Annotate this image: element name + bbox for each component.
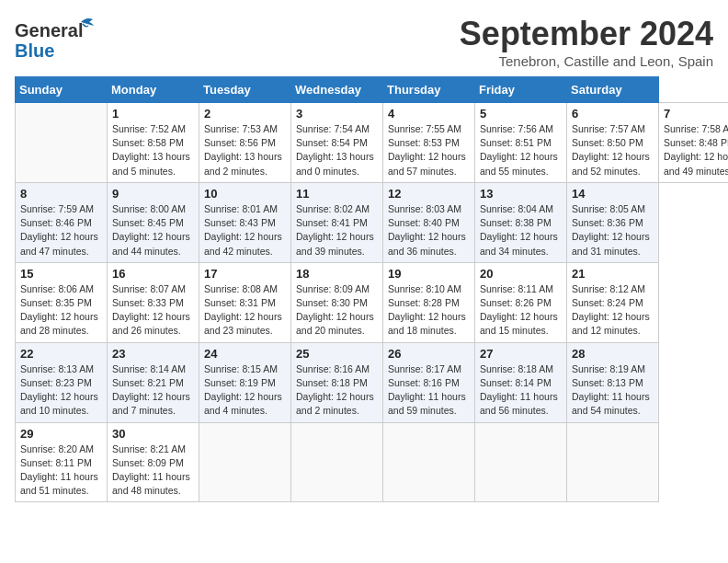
calendar-header: SundayMondayTuesdayWednesdayThursdayFrid… (16, 77, 729, 103)
col-header-saturday: Saturday (567, 77, 659, 103)
day-info: Sunrise: 7:52 AMSunset: 8:58 PMDaylight:… (112, 122, 194, 178)
day-info: Sunrise: 8:20 AMSunset: 8:11 PMDaylight:… (20, 442, 102, 499)
day-cell-16: 16Sunrise: 8:07 AMSunset: 8:33 PMDayligh… (108, 262, 199, 342)
day-cell-12: 12Sunrise: 8:03 AMSunset: 8:40 PMDayligh… (383, 182, 475, 262)
day-number: 10 (204, 187, 286, 201)
day-number: 29 (20, 427, 102, 441)
day-number: 4 (388, 107, 470, 121)
empty-cell (567, 422, 659, 502)
svg-text:Blue: Blue (15, 40, 54, 61)
col-header-wednesday: Wednesday (291, 77, 383, 103)
day-cell-8: 8Sunrise: 7:59 AMSunset: 8:46 PMDaylight… (16, 182, 108, 262)
day-cell-10: 10Sunrise: 8:01 AMSunset: 8:43 PMDayligh… (199, 182, 291, 262)
day-info: Sunrise: 8:07 AMSunset: 8:33 PMDaylight:… (112, 282, 194, 339)
day-cell-30: 30Sunrise: 8:21 AMSunset: 8:09 PMDayligh… (108, 422, 199, 502)
month-title: September 2024 (460, 15, 713, 53)
title-block: September 2024 Tenebron, Castille and Le… (460, 15, 713, 69)
empty-cell (291, 422, 383, 502)
day-number: 28 (572, 347, 654, 361)
logo-svg: General Blue (15, 15, 97, 63)
day-cell-15: 15Sunrise: 8:06 AMSunset: 8:35 PMDayligh… (16, 262, 108, 342)
day-info: Sunrise: 8:04 AMSunset: 8:38 PMDaylight:… (480, 202, 562, 259)
day-info: Sunrise: 8:01 AMSunset: 8:43 PMDaylight:… (204, 202, 286, 259)
empty-cell (475, 422, 567, 502)
day-number: 25 (296, 347, 378, 361)
calendar-week-4: 22Sunrise: 8:13 AMSunset: 8:23 PMDayligh… (16, 342, 729, 422)
day-cell-18: 18Sunrise: 8:09 AMSunset: 8:30 PMDayligh… (291, 262, 383, 342)
day-cell-3: 3Sunrise: 7:54 AMSunset: 8:54 PMDaylight… (291, 103, 383, 183)
empty-cell (383, 422, 475, 502)
logo: General Blue (15, 15, 97, 63)
day-info: Sunrise: 8:21 AMSunset: 8:09 PMDaylight:… (112, 442, 194, 499)
day-info: Sunrise: 8:11 AMSunset: 8:26 PMDaylight:… (480, 282, 562, 339)
day-cell-29: 29Sunrise: 8:20 AMSunset: 8:11 PMDayligh… (16, 422, 108, 502)
day-number: 9 (112, 187, 194, 201)
day-number: 19 (388, 267, 470, 281)
col-header-friday: Friday (475, 77, 567, 103)
col-header-monday: Monday (108, 77, 199, 103)
day-number: 24 (204, 347, 286, 361)
day-cell-24: 24Sunrise: 8:15 AMSunset: 8:19 PMDayligh… (199, 342, 291, 422)
day-info: Sunrise: 8:09 AMSunset: 8:30 PMDaylight:… (296, 282, 378, 339)
day-cell-4: 4Sunrise: 7:55 AMSunset: 8:53 PMDaylight… (383, 103, 475, 183)
day-cell-6: 6Sunrise: 7:57 AMSunset: 8:50 PMDaylight… (567, 103, 659, 183)
day-info: Sunrise: 8:15 AMSunset: 8:19 PMDaylight:… (204, 362, 286, 419)
day-cell-22: 22Sunrise: 8:13 AMSunset: 8:23 PMDayligh… (16, 342, 108, 422)
day-info: Sunrise: 7:58 AMSunset: 8:48 PMDaylight:… (664, 122, 728, 178)
day-number: 17 (204, 267, 286, 281)
day-cell-5: 5Sunrise: 7:56 AMSunset: 8:51 PMDaylight… (475, 103, 567, 183)
col-header-tuesday: Tuesday (199, 77, 291, 103)
calendar-week-2: 8Sunrise: 7:59 AMSunset: 8:46 PMDaylight… (16, 182, 729, 262)
calendar-week-5: 29Sunrise: 8:20 AMSunset: 8:11 PMDayligh… (16, 422, 729, 502)
col-header-thursday: Thursday (383, 77, 475, 103)
empty-cell (199, 422, 291, 502)
day-number: 22 (20, 347, 102, 361)
day-number: 11 (296, 187, 378, 201)
day-info: Sunrise: 8:08 AMSunset: 8:31 PMDaylight:… (204, 282, 286, 339)
day-info: Sunrise: 8:16 AMSunset: 8:18 PMDaylight:… (296, 362, 378, 419)
day-number: 3 (296, 107, 378, 121)
day-info: Sunrise: 8:13 AMSunset: 8:23 PMDaylight:… (20, 362, 102, 419)
day-info: Sunrise: 7:54 AMSunset: 8:54 PMDaylight:… (296, 122, 378, 178)
day-number: 12 (388, 187, 470, 201)
day-info: Sunrise: 7:59 AMSunset: 8:46 PMDaylight:… (20, 202, 102, 259)
calendar-week-3: 15Sunrise: 8:06 AMSunset: 8:35 PMDayligh… (16, 262, 729, 342)
day-info: Sunrise: 8:14 AMSunset: 8:21 PMDaylight:… (112, 362, 194, 419)
day-number: 13 (480, 187, 562, 201)
day-cell-2: 2Sunrise: 7:53 AMSunset: 8:56 PMDaylight… (199, 103, 291, 183)
day-cell-7: 7Sunrise: 7:58 AMSunset: 8:48 PMDaylight… (659, 103, 729, 183)
day-number: 5 (480, 107, 562, 121)
day-info: Sunrise: 7:57 AMSunset: 8:50 PMDaylight:… (572, 122, 654, 178)
day-cell-28: 28Sunrise: 8:19 AMSunset: 8:13 PMDayligh… (567, 342, 659, 422)
day-cell-9: 9Sunrise: 8:00 AMSunset: 8:45 PMDaylight… (108, 182, 199, 262)
page-header: General Blue September 2024 Tenebron, Ca… (15, 15, 713, 69)
day-info: Sunrise: 8:02 AMSunset: 8:41 PMDaylight:… (296, 202, 378, 259)
day-number: 21 (572, 267, 654, 281)
day-number: 7 (664, 107, 728, 121)
day-number: 16 (112, 267, 194, 281)
day-number: 1 (112, 107, 194, 121)
calendar-week-1: 1Sunrise: 7:52 AMSunset: 8:58 PMDaylight… (16, 103, 729, 183)
day-cell-27: 27Sunrise: 8:18 AMSunset: 8:14 PMDayligh… (475, 342, 567, 422)
day-number: 30 (112, 427, 194, 441)
day-cell-25: 25Sunrise: 8:16 AMSunset: 8:18 PMDayligh… (291, 342, 383, 422)
day-number: 20 (480, 267, 562, 281)
day-info: Sunrise: 8:03 AMSunset: 8:40 PMDaylight:… (388, 202, 470, 259)
day-number: 2 (204, 107, 286, 121)
day-number: 8 (20, 187, 102, 201)
day-cell-13: 13Sunrise: 8:04 AMSunset: 8:38 PMDayligh… (475, 182, 567, 262)
day-cell-11: 11Sunrise: 8:02 AMSunset: 8:41 PMDayligh… (291, 182, 383, 262)
day-cell-17: 17Sunrise: 8:08 AMSunset: 8:31 PMDayligh… (199, 262, 291, 342)
day-number: 6 (572, 107, 654, 121)
day-info: Sunrise: 8:12 AMSunset: 8:24 PMDaylight:… (572, 282, 654, 339)
day-info: Sunrise: 8:06 AMSunset: 8:35 PMDaylight:… (20, 282, 102, 339)
day-info: Sunrise: 7:55 AMSunset: 8:53 PMDaylight:… (388, 122, 470, 178)
day-cell-19: 19Sunrise: 8:10 AMSunset: 8:28 PMDayligh… (383, 262, 475, 342)
day-info: Sunrise: 8:18 AMSunset: 8:14 PMDaylight:… (480, 362, 562, 419)
day-info: Sunrise: 8:19 AMSunset: 8:13 PMDaylight:… (572, 362, 654, 419)
day-cell-26: 26Sunrise: 8:17 AMSunset: 8:16 PMDayligh… (383, 342, 475, 422)
day-info: Sunrise: 7:56 AMSunset: 8:51 PMDaylight:… (480, 122, 562, 178)
day-number: 27 (480, 347, 562, 361)
empty-cell (16, 103, 108, 183)
col-header-sunday: Sunday (16, 77, 108, 103)
